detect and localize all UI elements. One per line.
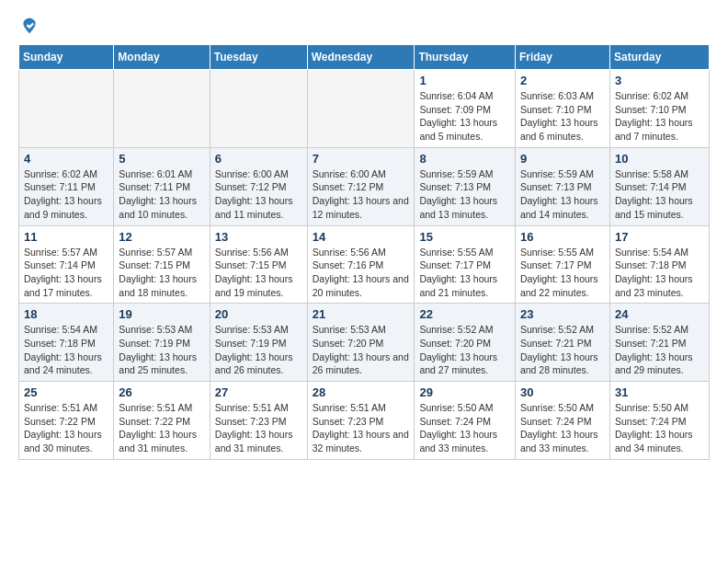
day-number: 16 (520, 230, 605, 244)
day-number: 20 (215, 307, 302, 321)
cell-details: Sunrise: 6:02 AMSunset: 7:11 PMDaylight:… (24, 167, 108, 222)
calendar-cell: 23Sunrise: 5:52 AMSunset: 7:21 PMDayligh… (515, 304, 609, 382)
cell-details: Sunrise: 5:55 AMSunset: 7:17 PMDaylight:… (419, 246, 510, 300)
calendar-cell: 9Sunrise: 5:59 AMSunset: 7:13 PMDaylight… (515, 147, 609, 225)
calendar-cell: 2Sunrise: 6:03 AMSunset: 7:10 PMDaylight… (515, 70, 609, 148)
calendar-cell: 8Sunrise: 5:59 AMSunset: 7:13 PMDaylight… (415, 147, 516, 225)
day-number: 22 (419, 307, 510, 321)
cell-details: Sunrise: 5:51 AMSunset: 7:22 PMDaylight:… (119, 401, 204, 455)
calendar-cell: 27Sunrise: 5:51 AMSunset: 7:23 PMDayligh… (210, 382, 307, 460)
day-number: 6 (215, 152, 302, 166)
calendar-cell: 5Sunrise: 6:01 AMSunset: 7:11 PMDaylight… (114, 147, 210, 225)
calendar-cell: 21Sunrise: 5:53 AMSunset: 7:20 PMDayligh… (307, 304, 415, 382)
cell-details: Sunrise: 5:50 AMSunset: 7:24 PMDaylight:… (615, 401, 704, 455)
cell-details: Sunrise: 5:56 AMSunset: 7:15 PMDaylight:… (215, 246, 302, 300)
calendar-cell: 6Sunrise: 6:00 AMSunset: 7:12 PMDaylight… (210, 147, 307, 225)
cell-details: Sunrise: 5:52 AMSunset: 7:21 PMDaylight:… (615, 323, 704, 377)
day-number: 19 (119, 307, 204, 321)
cell-details: Sunrise: 5:57 AMSunset: 7:14 PMDaylight:… (24, 246, 108, 300)
day-header-tuesday: Tuesday (210, 45, 307, 70)
day-number: 17 (615, 230, 704, 244)
day-number: 7 (313, 152, 410, 166)
day-number: 3 (615, 74, 704, 87)
calendar-cell: 19Sunrise: 5:53 AMSunset: 7:19 PMDayligh… (114, 304, 210, 382)
cell-details: Sunrise: 6:03 AMSunset: 7:10 PMDaylight:… (520, 89, 605, 144)
day-number: 31 (615, 385, 704, 399)
day-number: 25 (24, 385, 108, 399)
calendar-cell: 25Sunrise: 5:51 AMSunset: 7:22 PMDayligh… (19, 382, 114, 460)
calendar-cell: 31Sunrise: 5:50 AMSunset: 7:24 PMDayligh… (609, 382, 709, 460)
calendar-cell: 4Sunrise: 6:02 AMSunset: 7:11 PMDaylight… (19, 147, 114, 225)
calendar-cell: 20Sunrise: 5:53 AMSunset: 7:19 PMDayligh… (210, 304, 307, 382)
calendar-cell (114, 70, 210, 148)
cell-details: Sunrise: 5:51 AMSunset: 7:23 PMDaylight:… (215, 401, 302, 455)
day-header-thursday: Thursday (415, 45, 516, 70)
day-number: 29 (419, 385, 510, 399)
day-number: 30 (520, 385, 605, 399)
calendar-cell: 3Sunrise: 6:02 AMSunset: 7:10 PMDaylight… (609, 70, 709, 148)
cell-details: Sunrise: 6:04 AMSunset: 7:09 PMDaylight:… (419, 89, 510, 144)
day-number: 1 (419, 74, 510, 87)
calendar-table: SundayMondayTuesdayWednesdayThursdayFrid… (18, 44, 710, 460)
cell-details: Sunrise: 5:54 AMSunset: 7:18 PMDaylight:… (615, 246, 704, 300)
calendar-cell: 15Sunrise: 5:55 AMSunset: 7:17 PMDayligh… (415, 225, 516, 304)
day-number: 2 (520, 74, 605, 87)
calendar-cell: 11Sunrise: 5:57 AMSunset: 7:14 PMDayligh… (19, 225, 114, 304)
day-number: 18 (24, 307, 108, 321)
cell-details: Sunrise: 5:53 AMSunset: 7:19 PMDaylight:… (215, 323, 302, 377)
day-header-friday: Friday (515, 45, 609, 70)
calendar-cell: 17Sunrise: 5:54 AMSunset: 7:18 PMDayligh… (609, 225, 709, 304)
day-number: 15 (419, 230, 510, 244)
day-number: 10 (615, 152, 704, 166)
day-number: 21 (313, 307, 410, 321)
calendar-cell: 16Sunrise: 5:55 AMSunset: 7:17 PMDayligh… (515, 225, 609, 304)
cell-details: Sunrise: 5:51 AMSunset: 7:22 PMDaylight:… (24, 401, 108, 455)
cell-details: Sunrise: 5:57 AMSunset: 7:15 PMDaylight:… (119, 246, 204, 300)
cell-details: Sunrise: 6:00 AMSunset: 7:12 PMDaylight:… (215, 167, 302, 222)
calendar-cell: 30Sunrise: 5:50 AMSunset: 7:24 PMDayligh… (515, 382, 609, 460)
day-number: 8 (419, 152, 510, 166)
cell-details: Sunrise: 5:59 AMSunset: 7:13 PMDaylight:… (520, 167, 605, 222)
calendar-cell: 18Sunrise: 5:54 AMSunset: 7:18 PMDayligh… (19, 304, 114, 382)
calendar-cell (307, 70, 415, 148)
day-number: 5 (119, 152, 204, 166)
day-number: 9 (520, 152, 605, 166)
day-number: 11 (24, 230, 108, 244)
day-header-wednesday: Wednesday (307, 45, 415, 70)
logo (18, 18, 39, 35)
calendar-cell: 26Sunrise: 5:51 AMSunset: 7:22 PMDayligh… (114, 382, 210, 460)
calendar-cell: 14Sunrise: 5:56 AMSunset: 7:16 PMDayligh… (307, 225, 415, 304)
calendar-cell: 22Sunrise: 5:52 AMSunset: 7:20 PMDayligh… (415, 304, 516, 382)
calendar-cell (19, 70, 114, 148)
cell-details: Sunrise: 5:53 AMSunset: 7:19 PMDaylight:… (119, 323, 204, 377)
page-header (18, 18, 710, 35)
day-number: 13 (215, 230, 302, 244)
day-number: 4 (24, 152, 108, 166)
cell-details: Sunrise: 5:50 AMSunset: 7:24 PMDaylight:… (520, 401, 605, 455)
day-number: 27 (215, 385, 302, 399)
cell-details: Sunrise: 5:54 AMSunset: 7:18 PMDaylight:… (24, 323, 108, 377)
cell-details: Sunrise: 6:02 AMSunset: 7:10 PMDaylight:… (615, 89, 704, 144)
calendar-cell: 7Sunrise: 6:00 AMSunset: 7:12 PMDaylight… (307, 147, 415, 225)
cell-details: Sunrise: 5:53 AMSunset: 7:20 PMDaylight:… (313, 323, 410, 377)
day-number: 12 (119, 230, 204, 244)
day-header-saturday: Saturday (609, 45, 709, 70)
day-number: 14 (313, 230, 410, 244)
day-number: 26 (119, 385, 204, 399)
day-number: 28 (313, 385, 410, 399)
cell-details: Sunrise: 5:55 AMSunset: 7:17 PMDaylight:… (520, 246, 605, 300)
day-header-sunday: Sunday (19, 45, 114, 70)
calendar-cell: 24Sunrise: 5:52 AMSunset: 7:21 PMDayligh… (609, 304, 709, 382)
calendar-cell: 10Sunrise: 5:58 AMSunset: 7:14 PMDayligh… (609, 147, 709, 225)
cell-details: Sunrise: 5:52 AMSunset: 7:21 PMDaylight:… (520, 323, 605, 377)
calendar-cell: 29Sunrise: 5:50 AMSunset: 7:24 PMDayligh… (415, 382, 516, 460)
cell-details: Sunrise: 5:50 AMSunset: 7:24 PMDaylight:… (419, 401, 510, 455)
calendar-cell: 28Sunrise: 5:51 AMSunset: 7:23 PMDayligh… (307, 382, 415, 460)
logo-icon (20, 17, 39, 35)
cell-details: Sunrise: 5:51 AMSunset: 7:23 PMDaylight:… (313, 401, 410, 455)
day-header-monday: Monday (114, 45, 210, 70)
cell-details: Sunrise: 5:52 AMSunset: 7:20 PMDaylight:… (419, 323, 510, 377)
calendar-cell (210, 70, 307, 148)
calendar-cell: 13Sunrise: 5:56 AMSunset: 7:15 PMDayligh… (210, 225, 307, 304)
calendar-cell: 1Sunrise: 6:04 AMSunset: 7:09 PMDaylight… (415, 70, 516, 148)
